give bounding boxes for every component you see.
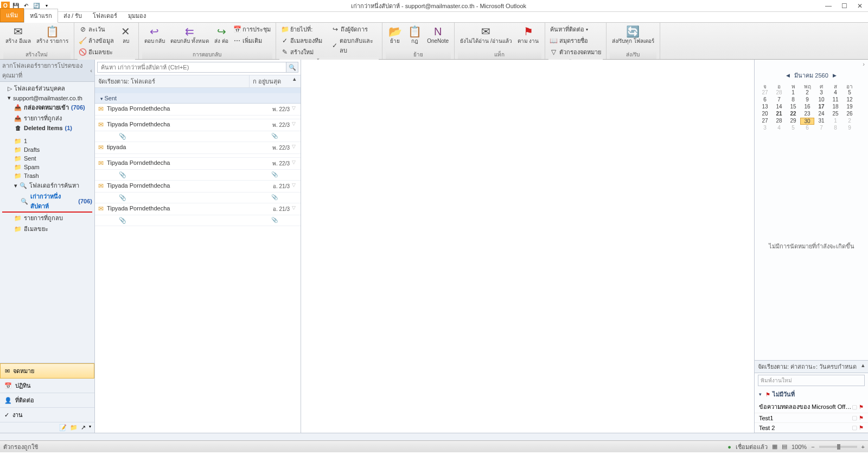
zoom-out-icon[interactable]: −: [811, 444, 814, 450]
tab-send-receive[interactable]: ส่ง / รับ: [58, 9, 87, 22]
new-items-button[interactable]: 📋สร้าง รายการ: [34, 24, 71, 50]
zoom-slider[interactable]: [819, 446, 857, 448]
folder-sentitems[interactable]: 📤รายการที่ถูกส่ง: [0, 113, 94, 124]
calendar-day[interactable]: 29: [786, 118, 800, 125]
nav-notes-icon[interactable]: 📝: [59, 424, 67, 431]
category-icon[interactable]: ▢: [852, 414, 857, 421]
task-row[interactable]: ข้อความทดลองของ Microsoft Office Ou...▢⚑: [755, 401, 868, 413]
calendar-day[interactable]: 27: [758, 89, 772, 97]
calendar-day[interactable]: 6: [758, 97, 772, 104]
nav-mail[interactable]: ✉จดหมาย: [0, 363, 94, 379]
calendar-day[interactable]: 15: [786, 104, 800, 111]
calendar-day[interactable]: 10: [814, 97, 828, 104]
task-row[interactable]: Test1▢⚑: [755, 413, 868, 423]
calendar-day[interactable]: 7: [772, 97, 786, 104]
category-icon[interactable]: ▢: [852, 424, 857, 431]
folder-sent[interactable]: 📁Sent: [0, 154, 94, 163]
calendar-day[interactable]: 4: [828, 89, 843, 97]
calendar-day[interactable]: 7: [814, 125, 828, 132]
nav-shortcuts-icon[interactable]: ↗: [81, 424, 86, 431]
calendar-day[interactable]: 9: [800, 97, 814, 104]
calendar-day[interactable]: 21: [772, 111, 786, 118]
folder-drafts[interactable]: 📁Drafts: [0, 145, 94, 154]
folder-account[interactable]: ▾support@mailmaster.co.th: [0, 94, 94, 102]
flag-icon[interactable]: ⚑: [859, 425, 864, 431]
calendar-day[interactable]: 16: [800, 104, 814, 111]
folder-personal[interactable]: ▷โฟลเดอร์ส่วนบุคคล: [0, 83, 94, 94]
calendar-day[interactable]: 14: [772, 104, 786, 111]
nav-tasks[interactable]: ✓งาน: [0, 408, 94, 422]
flag-icon[interactable]: ⚑: [859, 415, 864, 421]
sort-order[interactable]: ก อยู่บนสุด: [250, 75, 293, 87]
calendar-day[interactable]: 5: [786, 125, 800, 132]
arrange-by[interactable]: จัดเรียงตาม: โฟลเดอร์: [95, 75, 250, 87]
forward-button[interactable]: ↪ส่ง ต่อ: [212, 24, 231, 50]
followup-button[interactable]: ⚑ตาม งาน: [515, 24, 541, 50]
calendar-day[interactable]: 23: [800, 111, 814, 118]
calendar-day[interactable]: 1: [828, 118, 843, 125]
nav-folders-icon[interactable]: 📁: [70, 424, 78, 431]
quick-moveto[interactable]: 📁ย้ายไปที่:: [279, 24, 329, 35]
addressbook-button[interactable]: 📖สมุดรายชื่อ: [548, 35, 603, 46]
search-button[interactable]: 🔍: [286, 62, 298, 72]
task-group-nodate[interactable]: ▾⚑ไม่มีวันที่: [755, 388, 868, 401]
filter-button[interactable]: ▽ตัวกรองจดหมาย: [548, 47, 603, 57]
category-icon[interactable]: ▢: [852, 403, 857, 411]
favorites-header[interactable]: ลากโฟลเดอร์รายการโปรดของคุณมาที่‹: [0, 60, 94, 82]
folder-inbox[interactable]: 📥กล่องจดหมายเข้า (706): [0, 102, 94, 113]
calendar-day[interactable]: 28: [772, 89, 786, 97]
onenote-button[interactable]: NOneNote: [425, 24, 451, 50]
minimize-button[interactable]: —: [825, 2, 832, 10]
calendar-day[interactable]: 6: [800, 125, 814, 132]
flag-icon[interactable]: ▽: [290, 121, 297, 126]
folder-1[interactable]: 📁1: [0, 137, 94, 145]
calendar-day[interactable]: 8: [828, 125, 843, 132]
calendar-day[interactable]: 17: [814, 104, 828, 111]
calendar-day[interactable]: 4: [772, 125, 786, 132]
flag-icon[interactable]: ▽: [290, 205, 297, 210]
calendar-day[interactable]: 27: [758, 118, 772, 125]
folder-deleteditems[interactable]: 📁รายการที่ถูกลบ: [0, 213, 94, 223]
tab-file[interactable]: แฟ้ม: [0, 8, 24, 22]
new-email-button[interactable]: ✉สร้าง อีเมล: [3, 24, 33, 50]
calendar-day[interactable]: 12: [843, 97, 857, 104]
more-respond-button[interactable]: ⋯เพิ่มเติม: [232, 35, 272, 46]
calendar-day[interactable]: 1: [786, 89, 800, 97]
zoom-in-icon[interactable]: +: [861, 444, 865, 450]
maximize-button[interactable]: ☐: [841, 2, 847, 10]
quick-create[interactable]: ✎สร้างใหม่: [279, 47, 329, 57]
prev-month-icon[interactable]: ◀: [786, 73, 790, 78]
calendar-day[interactable]: 2: [843, 118, 857, 125]
calendar-day[interactable]: 30: [800, 118, 814, 125]
reply-all-button[interactable]: ⇇ตอบกลับ ทั้งหมด: [168, 24, 211, 50]
view-normal-icon[interactable]: ▦: [772, 443, 777, 450]
move-button[interactable]: 📂ย้าย: [386, 24, 404, 50]
close-button[interactable]: ✕: [857, 2, 863, 10]
task-row[interactable]: Test 2▢⚑: [755, 423, 868, 433]
calendar-day[interactable]: 9: [843, 125, 857, 132]
meeting-button[interactable]: 📅การประชุม: [232, 24, 272, 35]
folder-search-folders[interactable]: ▾🔍โฟลเดอร์การค้นหา: [0, 180, 94, 191]
nav-calendar[interactable]: 📅ปฏิทิน: [0, 379, 94, 393]
calendar-day[interactable]: 5: [843, 89, 857, 97]
flag-icon[interactable]: ⚑: [859, 404, 864, 410]
calendar-day[interactable]: 31: [814, 118, 828, 125]
task-header[interactable]: จัดเรียงตาม: ค่าสถานะ: วันครบกำหนด▴: [755, 360, 868, 373]
unread-button[interactable]: ✉ยังไม่ได้อ่าน /อ่านแล้ว: [458, 24, 514, 50]
calendar-day[interactable]: 2: [800, 89, 814, 97]
chevron-up-icon[interactable]: ▴: [861, 362, 865, 371]
search-input[interactable]: [98, 62, 286, 72]
quick-teamemail[interactable]: ✓อีเมลของทีม: [279, 35, 329, 46]
rules-button[interactable]: 📋กฎ: [405, 24, 424, 50]
reply-button[interactable]: ↩ตอบ กลับ: [142, 24, 168, 50]
calendar-day[interactable]: 18: [828, 104, 843, 111]
list-group-sent[interactable]: Sent: [95, 93, 301, 104]
message-row[interactable]: ✉Tipyada Porndethdechaพ. 22/3▽: [95, 158, 301, 170]
tab-home[interactable]: หน้าแรก: [24, 9, 58, 23]
calendar-day[interactable]: 3: [758, 125, 772, 132]
view-reading-icon[interactable]: ▤: [782, 443, 787, 450]
delete-button[interactable]: ✕ลบ: [117, 24, 135, 57]
flag-icon[interactable]: ▽: [290, 182, 297, 188]
flag-icon[interactable]: ▽: [290, 105, 297, 111]
junk-button[interactable]: 🚫อีเมลขยะ: [78, 47, 116, 57]
